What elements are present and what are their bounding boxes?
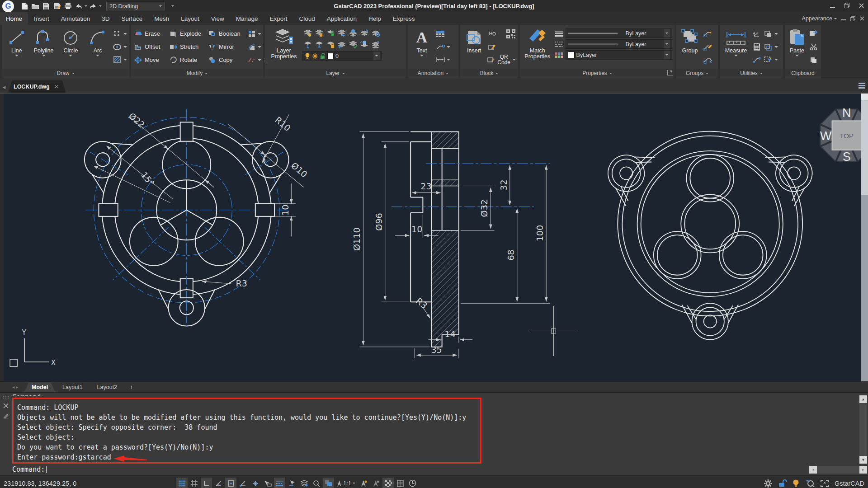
paste-block-icon[interactable] xyxy=(763,29,773,39)
doc-restore-icon[interactable] xyxy=(850,16,855,21)
copy-button[interactable]: Copy xyxy=(208,56,247,64)
tab-surface[interactable]: Surface xyxy=(116,12,149,25)
layer-thaw-icon[interactable] xyxy=(314,39,325,50)
text-dropdown-icon[interactable] xyxy=(420,55,424,56)
save-icon[interactable] xyxy=(41,1,51,11)
layer-unisolate-icon[interactable] xyxy=(370,39,381,50)
panel-label-utilities[interactable]: Utilities xyxy=(720,69,783,78)
ortho-toggle-icon[interactable] xyxy=(201,478,212,488)
linetype-select[interactable]: ByLayer xyxy=(566,39,672,49)
tab-home[interactable]: Home xyxy=(0,12,28,25)
color-select[interactable]: ByLayer xyxy=(566,50,672,60)
command-edit-icon[interactable] xyxy=(3,413,9,418)
quick-properties-icon[interactable] xyxy=(395,478,406,488)
selection-cycling-toggle-icon[interactable] xyxy=(286,478,297,488)
util-dropdown-2-icon[interactable] xyxy=(774,46,778,48)
layer-match-icon[interactable] xyxy=(348,39,359,50)
viewcube-west[interactable]: W xyxy=(820,129,832,143)
command-scroll-down-icon[interactable]: ▼ xyxy=(859,456,867,464)
polyline-button[interactable]: Polyline xyxy=(31,27,57,69)
model-space[interactable]: Ø22 R10 Ø10 15° 10 R3 xyxy=(4,94,861,381)
stretch-button[interactable]: Stretch xyxy=(169,43,208,51)
object-snap-track-toggle-icon[interactable] xyxy=(237,478,249,488)
command-scroll-left-icon[interactable]: ◄ xyxy=(809,466,817,474)
unlock-icon[interactable] xyxy=(778,479,787,487)
paste-dropdown-icon[interactable] xyxy=(795,55,799,56)
canvas-scrollbar[interactable] xyxy=(861,94,868,381)
snap-toggle-icon[interactable] xyxy=(176,478,188,488)
ellipse-dropdown-icon[interactable] xyxy=(123,46,127,48)
leader-icon[interactable] xyxy=(435,42,445,52)
workspace-switch-icon[interactable] xyxy=(323,478,334,488)
minimize-icon[interactable] xyxy=(828,3,836,9)
point-icon[interactable] xyxy=(112,29,122,39)
arc-dropdown-icon[interactable] xyxy=(96,55,99,56)
open-folder-icon[interactable] xyxy=(30,1,40,11)
group-button[interactable]: Group xyxy=(679,27,701,69)
command-scroll-up-icon[interactable]: ▲ xyxy=(859,395,867,403)
group-edit-icon[interactable] xyxy=(703,42,713,52)
drawing-canvas[interactable]: Ø22 R10 Ø10 15° 10 R3 xyxy=(0,93,868,381)
offset-button[interactable]: Offset xyxy=(133,43,169,51)
restore-icon[interactable] xyxy=(843,3,851,9)
toolbar-options-icon[interactable] xyxy=(171,5,174,7)
erase-button[interactable]: Erase xyxy=(133,30,169,38)
command-prompt[interactable]: Command: xyxy=(12,465,50,474)
find-icon[interactable] xyxy=(805,479,815,487)
cut-icon[interactable] xyxy=(809,42,819,52)
clean-screen-icon[interactable] xyxy=(407,478,418,488)
quick-zoom-icon[interactable] xyxy=(311,478,322,488)
tab-model[interactable]: Model xyxy=(24,382,55,392)
lineweight-toggle-icon[interactable] xyxy=(274,478,285,488)
annotation-scale-control[interactable]: 1:1 xyxy=(335,478,357,488)
redo-icon[interactable] xyxy=(88,1,98,11)
define-attribute-icon[interactable] xyxy=(487,29,497,39)
lineweight-select[interactable]: ByLayer xyxy=(566,28,672,38)
layer-key-icon[interactable] xyxy=(336,28,347,38)
panel-label-properties[interactable]: Properties xyxy=(520,69,675,78)
tab-annotation[interactable]: Annotation xyxy=(55,12,96,25)
mirror-button[interactable]: Mirror xyxy=(208,43,247,51)
polar-toggle-icon[interactable] xyxy=(213,478,224,488)
layer-properties-button[interactable]: Layer Properties xyxy=(267,27,301,69)
ungroup-icon[interactable] xyxy=(703,28,713,38)
id-point-icon[interactable] xyxy=(752,29,762,39)
bulb-icon[interactable] xyxy=(793,479,799,488)
group-selection-icon[interactable] xyxy=(703,55,713,65)
panel-label-block[interactable]: Block xyxy=(460,69,518,78)
dynamic-input-toggle-icon[interactable] xyxy=(262,478,273,488)
point-mark-icon[interactable] xyxy=(752,55,762,65)
quick-select-icon[interactable] xyxy=(763,55,773,65)
text-button[interactable]: A Text xyxy=(410,27,434,69)
command-line-area[interactable]: Command: Command: LOCKUP Objects will no… xyxy=(0,392,868,475)
undo-dropdown-icon[interactable] xyxy=(85,5,87,7)
new-file-icon[interactable] xyxy=(19,1,29,11)
doc-minimize-icon[interactable] xyxy=(841,16,846,21)
tab-export[interactable]: Export xyxy=(264,12,293,25)
insert-button[interactable]: Insert xyxy=(462,27,486,69)
circle-button[interactable]: Circle xyxy=(58,27,84,69)
gstarcad-logo-icon[interactable]: G xyxy=(2,0,14,12)
tab-express[interactable]: Express xyxy=(387,12,421,25)
measure-button[interactable]: Measure xyxy=(722,27,750,69)
block-editor-icon[interactable] xyxy=(487,55,495,65)
settings-gear-icon[interactable] xyxy=(764,479,772,488)
arc-button[interactable]: Arc xyxy=(85,27,110,69)
boolean-button[interactable]: Boolean xyxy=(208,30,247,38)
tab-application[interactable]: Application xyxy=(321,12,363,25)
tab-insert[interactable]: Insert xyxy=(28,12,55,25)
tab-manage[interactable]: Manage xyxy=(230,12,264,25)
edit-attribute-icon[interactable] xyxy=(487,42,497,52)
hatch-dropdown-icon[interactable] xyxy=(123,59,127,61)
panel-label-layer[interactable]: Layer xyxy=(265,69,406,78)
explode-button[interactable]: Explode xyxy=(169,30,208,38)
panel-label-annotation[interactable]: Annotation xyxy=(408,69,458,78)
layer-vpfreeze-icon[interactable] xyxy=(370,28,381,38)
tab-layout[interactable]: Layout xyxy=(175,12,205,25)
redo-dropdown-icon[interactable] xyxy=(99,5,102,7)
ellipse-icon[interactable] xyxy=(112,42,122,52)
viewcube-south[interactable]: S xyxy=(843,150,851,164)
layer-select[interactable]: 0 xyxy=(302,51,382,61)
paste-button[interactable]: Paste xyxy=(787,27,807,69)
document-tab-close-icon[interactable]: ✕ xyxy=(54,84,59,90)
